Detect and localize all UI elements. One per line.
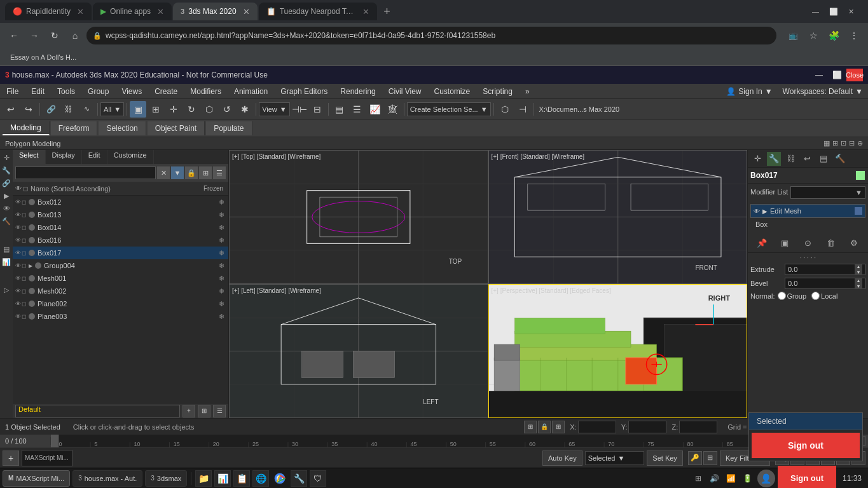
vp-persp-menu-plus[interactable]: [+] [492,287,499,294]
select-move-button[interactable]: ✛ [165,101,182,118]
minimize-browser-button[interactable]: — [808,6,823,17]
maxscript-listener[interactable]: MAXScript Mi... [22,450,72,466]
close-button[interactable]: Close [846,69,863,81]
vp-front-view[interactable]: [Front] [500,153,519,160]
place-highlight-button[interactable]: ✱ [237,101,253,118]
taskbar-app-icon-5[interactable]: 🔧 [291,470,307,487]
menu-graph-editors[interactable]: Graph Editors [274,84,334,99]
taskbar-maxscript[interactable]: M MAXScript Mi... [3,470,70,487]
set-key-button[interactable]: Set Key [647,451,683,466]
key-tool-icon-2[interactable]: ⊞ [703,451,717,465]
view-dropdown[interactable]: View ▼ [259,102,290,116]
modifier-dropdown[interactable]: ▼ [790,186,865,199]
tab-nearpod[interactable]: 📋 Tuesday Nearpod Terminology P ✕ [259,3,377,20]
y-input[interactable] [628,421,666,433]
popup-selected-item[interactable]: Selected [749,413,862,430]
menu-edit[interactable]: Edit [25,84,51,99]
unlink-button[interactable]: ⛓ [60,101,77,118]
layer-view-btn[interactable]: ☰ [213,405,226,417]
vp-top-render-method[interactable]: [Standard] [257,153,286,160]
list-item-box014[interactable]: 👁 ◻ Box014 ❄ [13,221,228,234]
menu-civil-view[interactable]: Civil View [382,84,428,99]
create-panel-icon[interactable]: ✛ [750,152,764,166]
menu-scripting[interactable]: Scripting [476,84,519,99]
list-item-box016[interactable]: 👁 ◻ Box016 ❄ [13,234,228,247]
object-data-icon[interactable]: 📊 [1,257,11,267]
scale-button[interactable]: ⬡ [201,101,217,118]
explorer-tab-customize[interactable]: Customize [107,150,154,164]
vp-top-shading[interactable]: [Wireframe] [288,153,321,160]
tab-modeling[interactable]: Modeling [3,121,50,135]
toggle-viewport-icon[interactable]: ⊞ [524,421,537,433]
home-button[interactable]: ⌂ [66,27,84,44]
restore-button[interactable]: ⬜ [829,69,845,81]
select-region-button[interactable]: ⊞ [148,101,164,118]
bind-space-warp[interactable]: ∿ [78,101,95,118]
address-bar[interactable]: 🔒 wcpss-qadishtu.cameyo.net/app.html?app… [86,27,776,44]
vp-persp-render-method[interactable]: [Standard] [539,287,568,294]
sign-out-button[interactable]: Sign out [778,466,836,489]
tab-populate[interactable]: Populate [206,121,252,135]
trackbar[interactable]: 0 5 10 15 20 25 30 35 40 [51,435,841,447]
pm-icon-5[interactable]: ⊕ [857,139,863,147]
vp-left-view[interactable]: [Left] [241,287,255,294]
viewport-front[interactable]: [+] [Front] [Standard] [Wireframe] [488,150,748,284]
object-color-swatch[interactable] [855,170,865,180]
create-icon[interactable]: ✛ [1,152,11,163]
restore-browser-button[interactable]: ⬜ [825,6,842,17]
list-item-plane002[interactable]: 👁 ◻ Plane002 ❄ [13,297,228,310]
bevel-up-btn[interactable]: ▲ [855,278,862,283]
taskbar-icon-r1[interactable]: ⊞ [691,471,705,485]
tab-close-nearpod[interactable]: ✕ [362,7,369,17]
motion-icon[interactable]: ▶ [1,191,11,201]
x-input[interactable] [578,421,616,433]
bevel-spinner[interactable]: ▲ ▼ [855,278,862,289]
taskbar-app-icon-3[interactable]: 📋 [233,470,250,487]
show-end-result-icon[interactable]: ▣ [778,236,792,250]
taskbar-app-icon-6[interactable]: 🛡 [310,470,326,487]
extrude-spinner[interactable]: ▲ ▼ [855,264,862,275]
group-expand-icon[interactable]: ▶ [29,263,32,269]
back-button[interactable]: ← [5,27,23,44]
vp-left-menu-plus[interactable]: [+] [232,287,239,294]
explorer-tab-select[interactable]: Select [13,150,46,164]
modifier-edit-mesh[interactable]: 👁 ▶ Edit Mesh [750,204,865,218]
menu-rendering[interactable]: Rendering [334,84,382,99]
vp-persp-shading[interactable]: [Edged Faces] [570,287,610,294]
normal-local-radio[interactable] [811,292,820,300]
modify-panel-icon[interactable]: 🔧 [767,152,781,166]
add-time-tag-btn[interactable]: + [3,451,19,466]
motion-panel-icon[interactable]: ↩ [800,152,814,166]
explorer-filter-btn[interactable]: ▼ [171,166,184,179]
modifier-color-swatch[interactable] [855,207,862,215]
lock-selection-icon[interactable]: 🔒 [538,421,551,433]
extensions-button[interactable]: 🧩 [825,27,843,44]
list-item-box012[interactable]: 👁 ◻ Box012 ❄ [13,196,228,208]
viewport-left[interactable]: [+] [Left] [Standard] [Wireframe] [229,284,488,418]
layers-toggle-icon[interactable]: ▤ [1,244,11,254]
normal-local-option[interactable]: Local [811,292,837,300]
list-item-group004[interactable]: 👁 ◻ ▶ Group004 ❄ [13,259,228,272]
menu-file[interactable]: File [0,84,25,99]
vp-top-view[interactable]: [Top] [241,153,255,160]
sign-in-button[interactable]: 👤 Sign In ▼ [721,87,777,96]
utilities-panel-icon[interactable]: 🔨 [833,152,847,166]
bookmark-essay[interactable]: Essay on A Doll's H... [5,52,81,62]
taskbar-app-icon-1[interactable]: 📁 [195,470,212,487]
tab-object-paint[interactable]: Object Paint [148,121,205,135]
filter-dropdown[interactable]: All ▼ [100,102,124,116]
extrude-up-btn[interactable]: ▲ [855,264,862,269]
vp-front-shading[interactable]: [Wireframe] [551,153,584,160]
list-item-mesh001[interactable]: 👁 ◻ Mesh001 ❄ [13,272,228,285]
display-icon[interactable]: 👁 [1,203,11,214]
auto-key-button[interactable]: Auto Key [542,451,582,466]
configure-modifier-sets-icon[interactable]: ⚙ [847,236,861,250]
bevel-input[interactable]: 0.0 ▲ ▼ [785,278,865,289]
list-item-box017[interactable]: 👁 ◻ Box017 ❄ [13,247,228,259]
scale-cycle-button[interactable]: ↺ [219,101,235,118]
viewport-top[interactable]: [+] [Top] [Standard] [Wireframe] [229,150,488,284]
modifier-eye-icon[interactable]: 👁 [754,208,760,215]
named-sel-sets[interactable]: ⬡ [497,101,513,118]
menu-more[interactable]: » [519,84,536,99]
undo-button[interactable]: ↩ [3,101,19,118]
